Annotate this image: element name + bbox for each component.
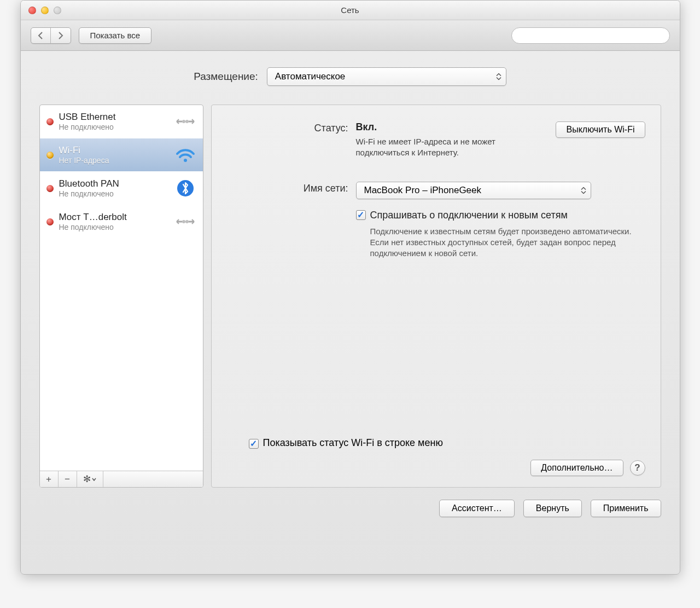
detail-footer: Дополнительно… ? <box>227 460 645 476</box>
service-item-thunderbolt-bridge[interactable]: Мост T…derbolt Не подключено <box>40 205 203 239</box>
popup-arrows-icon <box>496 73 501 80</box>
ask-to-join-checkbox[interactable] <box>356 210 366 220</box>
nav-back-forward <box>31 27 71 44</box>
location-popup[interactable]: Автоматическое <box>267 67 506 86</box>
svg-point-4 <box>184 159 187 162</box>
ask-to-join-description: Подключение к известным сетям будет прои… <box>370 226 645 259</box>
nav-back-button[interactable] <box>31 28 51 43</box>
columns: USB Ethernet Не подключено Wi-Fi Нет IP-… <box>39 105 661 488</box>
service-text: Мост T…derbolt Не подключено <box>59 212 169 231</box>
toolbar: Показать все <box>21 20 680 51</box>
service-item-wifi[interactable]: Wi-Fi Нет IP-адреса <box>40 138 203 172</box>
chevron-down-icon <box>92 478 96 481</box>
bluetooth-icon <box>174 177 196 199</box>
ask-to-join-block: Спрашивать о подключении к новым сетям П… <box>356 209 645 259</box>
apply-button[interactable]: Применить <box>591 500 661 517</box>
svg-point-2 <box>182 120 185 123</box>
window-title: Сеть <box>21 5 680 15</box>
status-dot-icon <box>46 185 54 192</box>
svg-point-3 <box>185 120 189 123</box>
gear-icon: ✻ <box>83 473 91 485</box>
status-description: Wi-Fi не имеет IP-адреса и не может подк… <box>356 136 546 159</box>
ethernet-icon <box>174 211 196 233</box>
service-name: USB Ethernet <box>59 112 169 123</box>
status-value: Вкл. <box>356 121 546 133</box>
add-service-button[interactable]: + <box>40 471 59 487</box>
service-name: Bluetooth PAN <box>59 178 169 189</box>
service-list: USB Ethernet Не подключено Wi-Fi Нет IP-… <box>40 105 203 471</box>
status-label: Статус: <box>227 121 356 159</box>
network-name-selected: MacBook Pro – iPhoneGeek <box>364 185 482 196</box>
location-label: Размещение: <box>194 71 258 83</box>
service-status: Нет IP-адреса <box>59 156 169 165</box>
network-name-row: Имя сети: MacBook Pro – iPhoneGeek <box>227 182 645 259</box>
service-status: Не подключено <box>59 189 169 198</box>
status-text-block: Вкл. Wi-Fi не имеет IP-адреса и не может… <box>356 121 546 159</box>
location-selected: Автоматическое <box>275 71 345 82</box>
bottom-button-row: Ассистент… Вернуть Применить <box>39 488 661 517</box>
show-wifi-status-label: Показывать статус Wi-Fi в строке меню <box>263 437 443 449</box>
network-preferences-window: Сеть Показать все Размещение: Автоматиче… <box>20 0 680 575</box>
popup-arrows-icon <box>581 187 586 194</box>
service-item-usb-ethernet[interactable]: USB Ethernet Не подключено <box>40 105 203 138</box>
sidebar-footer: + − ✻ <box>40 471 203 487</box>
turn-off-wifi-button[interactable]: Выключить Wi-Fi <box>556 121 645 138</box>
service-name: Мост T…derbolt <box>59 212 169 223</box>
revert-button[interactable]: Вернуть <box>523 500 582 517</box>
show-wifi-status-checkbox[interactable] <box>249 439 259 449</box>
ethernet-icon <box>174 111 196 132</box>
service-status: Не подключено <box>59 223 169 231</box>
assist-button[interactable]: Ассистент… <box>439 500 515 517</box>
advanced-button[interactable]: Дополнительно… <box>530 460 623 476</box>
service-text: Bluetooth PAN Не подключено <box>59 178 169 198</box>
help-button[interactable]: ? <box>630 460 645 476</box>
network-name-label: Имя сети: <box>227 182 356 259</box>
location-row: Размещение: Автоматическое <box>39 67 661 86</box>
services-sidebar: USB Ethernet Не подключено Wi-Fi Нет IP-… <box>39 105 203 488</box>
service-status: Не подключено <box>59 123 169 131</box>
service-actions-button[interactable]: ✻ <box>77 471 103 487</box>
service-text: USB Ethernet Не подключено <box>59 112 169 131</box>
detail-panel: Статус: Вкл. Wi-Fi не имеет IP-адреса и … <box>211 105 661 488</box>
network-name-popup[interactable]: MacBook Pro – iPhoneGeek <box>356 182 591 199</box>
service-item-bluetooth[interactable]: Bluetooth PAN Не подключено <box>40 172 203 205</box>
titlebar: Сеть <box>21 1 680 20</box>
service-text: Wi-Fi Нет IP-адреса <box>59 145 169 165</box>
nav-forward-button[interactable] <box>51 28 71 43</box>
service-name: Wi-Fi <box>59 145 169 156</box>
wifi-icon <box>174 144 196 166</box>
show-all-button[interactable]: Показать все <box>79 27 152 44</box>
search-wrap <box>511 27 670 44</box>
svg-point-7 <box>185 220 189 223</box>
search-input[interactable] <box>511 27 670 44</box>
status-row: Статус: Вкл. Wi-Fi не имеет IP-адреса и … <box>227 121 645 159</box>
content: Размещение: Автоматическое USB Ethernet … <box>21 51 680 528</box>
status-dot-icon <box>46 118 54 125</box>
status-dot-icon <box>46 218 54 225</box>
status-dot-icon <box>46 152 54 159</box>
remove-service-button[interactable]: − <box>59 471 77 487</box>
ask-to-join-label: Спрашивать о подключении к новым сетям <box>370 209 645 222</box>
chevron-right-icon <box>57 32 64 39</box>
show-wifi-status-row: Показывать статус Wi-Fi в строке меню <box>249 437 645 449</box>
chevron-left-icon <box>37 32 44 39</box>
svg-point-6 <box>182 220 185 223</box>
